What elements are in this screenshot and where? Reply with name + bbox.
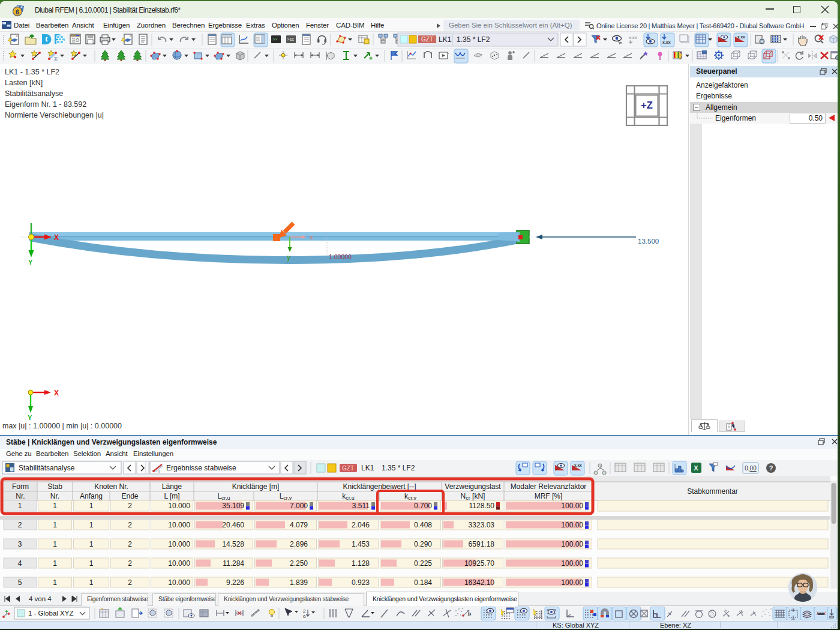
svg-text:5: 5	[18, 578, 22, 587]
svg-text:Anfang: Anfang	[80, 492, 103, 500]
svg-text:x: x	[310, 233, 313, 241]
svg-text:10.000: 10.000	[168, 559, 190, 568]
svg-text:y: y	[287, 253, 290, 262]
svg-text:2: 2	[18, 521, 22, 529]
svg-text:>>: >>	[272, 37, 277, 42]
svg-text:Nr.: Nr.	[50, 492, 59, 500]
svg-text:3323.03: 3323.03	[469, 521, 495, 529]
svg-text:Länge: Länge	[162, 482, 182, 491]
svg-text:1.128: 1.128	[352, 559, 370, 568]
svg-text:1: 1	[18, 502, 22, 510]
svg-text:x.xx: x.xx	[629, 35, 637, 40]
svg-text:2: 2	[303, 608, 306, 614]
svg-text:I: I	[158, 469, 160, 473]
svg-text:3: 3	[18, 540, 22, 548]
svg-text:2: 2	[128, 502, 132, 510]
svg-text:GZT: GZT	[421, 36, 433, 43]
svg-text:0.184: 0.184	[414, 578, 432, 587]
svg-text:100.00: 100.00	[561, 559, 583, 568]
svg-text:10.000: 10.000	[168, 578, 190, 587]
svg-text:11.284: 11.284	[223, 559, 244, 568]
svg-text:3.511: 3.511	[352, 502, 370, 510]
svg-text:6591.18: 6591.18	[469, 540, 495, 548]
svg-text:1: 1	[89, 521, 94, 529]
svg-text:Knicklänge [m]: Knicklänge [m]	[232, 482, 280, 491]
svg-text:10.000: 10.000	[168, 502, 190, 510]
svg-text:Verzweigungslast: Verzweigungslast	[445, 482, 501, 491]
svg-text:2: 2	[128, 559, 132, 568]
svg-text:2.046: 2.046	[352, 521, 370, 529]
svg-text:1.453: 1.453	[352, 540, 370, 548]
svg-text:100.00: 100.00	[561, 502, 583, 510]
svg-text:Ergebnisse stabweise: Ergebnisse stabweise	[166, 464, 236, 472]
svg-text:Stabilitätsanalyse: Stabilitätsanalyse	[19, 464, 75, 472]
svg-text:7.000: 7.000	[290, 502, 308, 510]
svg-text:X: X	[694, 464, 698, 472]
svg-text:35.109: 35.109	[222, 502, 244, 510]
svg-text:LK1: LK1	[439, 35, 452, 44]
svg-text:Modaler Relevanzfaktor: Modaler Relevanzfaktor	[511, 482, 587, 491]
svg-text:4.079: 4.079	[290, 521, 308, 529]
svg-text:2.250: 2.250	[290, 559, 308, 568]
svg-text:Stab: Stab	[47, 482, 62, 491]
svg-text:4 von 4: 4 von 4	[29, 595, 52, 602]
svg-text:10.000: 10.000	[168, 540, 190, 548]
svg-text:1: 1	[89, 540, 94, 548]
svg-text:0.700: 0.700	[414, 502, 432, 510]
svg-text:1: 1	[89, 578, 94, 587]
svg-text:Ende: Ende	[121, 492, 138, 500]
svg-text:0,00: 0,00	[745, 465, 757, 472]
svg-text:6: 6	[303, 614, 306, 619]
svg-text:1: 1	[89, 502, 94, 510]
svg-text:LK1: LK1	[361, 464, 374, 472]
svg-text:10925.70: 10925.70	[464, 559, 494, 568]
svg-text:4: 4	[18, 559, 22, 568]
svg-text:Y: Y	[28, 414, 32, 421]
svg-text:0.923: 0.923	[352, 578, 370, 587]
svg-text:1128.50: 1128.50	[469, 502, 495, 510]
svg-text:Form: Form	[12, 482, 29, 491]
svg-text:9.226: 9.226	[226, 578, 244, 587]
svg-text:0.408: 0.408	[414, 521, 432, 529]
svg-text:14.528: 14.528	[222, 540, 244, 548]
svg-text:1.35 * LF2: 1.35 * LF2	[457, 35, 490, 44]
svg-text:»: »	[467, 610, 472, 618]
svg-text:1: 1	[53, 502, 57, 510]
svg-text:?: ?	[769, 464, 773, 472]
svg-text:10.000: 10.000	[168, 521, 190, 529]
svg-text:100.00: 100.00	[561, 521, 583, 529]
svg-text:x.xx: x.xx	[737, 35, 745, 39]
svg-text:Y: Y	[28, 259, 33, 266]
svg-text:X: X	[54, 389, 59, 397]
svg-text:1: 1	[53, 578, 57, 587]
svg-text:x.xx: x.xx	[574, 463, 582, 467]
svg-text:1.839: 1.839	[290, 578, 308, 587]
svg-text:0.290: 0.290	[414, 540, 432, 548]
svg-text:1: 1	[89, 559, 94, 568]
svg-text:20.460: 20.460	[222, 521, 244, 529]
svg-text:Ncr [kN]: Ncr [kN]	[461, 492, 485, 501]
svg-text:1 - Global XYZ: 1 - Global XYZ	[28, 610, 73, 617]
svg-text:13.500: 13.500	[638, 238, 659, 245]
svg-text:GZT: GZT	[342, 465, 354, 472]
svg-text:X: X	[54, 233, 59, 242]
svg-text:1.00000: 1.00000	[329, 253, 352, 260]
svg-text:1: 1	[53, 521, 57, 529]
svg-text:Nr.: Nr.	[16, 492, 25, 500]
svg-text:2: 2	[128, 521, 132, 529]
svg-text:Stabkommentar: Stabkommentar	[687, 487, 738, 496]
svg-text:Knicklängenbeiwert [--]: Knicklängenbeiwert [--]	[343, 482, 416, 491]
svg-text:6: 6	[16, 8, 19, 16]
svg-text:x.xx: x.xx	[662, 40, 671, 44]
svg-text:Knoten Nr.: Knoten Nr.	[94, 482, 128, 491]
svg-text:L [m]: L [m]	[164, 492, 179, 500]
svg-text:1.35 * LF2: 1.35 * LF2	[382, 464, 415, 472]
svg-text:1: 1	[53, 559, 57, 568]
svg-text:+Z: +Z	[641, 100, 653, 110]
svg-text:100.00: 100.00	[561, 578, 583, 587]
svg-text:1: 1	[53, 540, 57, 548]
svg-text:2: 2	[128, 578, 132, 587]
svg-text:2.896: 2.896	[290, 540, 308, 548]
svg-text:MRF [%]: MRF [%]	[535, 492, 563, 500]
svg-text:2: 2	[128, 540, 132, 548]
